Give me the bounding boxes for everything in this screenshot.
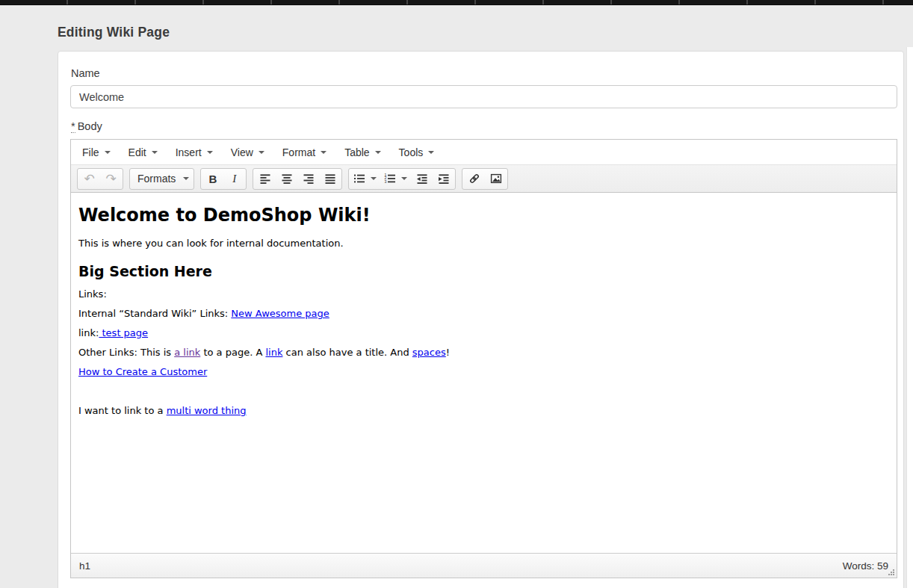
align-right-icon [303, 173, 315, 185]
editor-toolbar: ↶ ↷ Formats B I [71, 165, 897, 193]
wiki-form-card: Name *Body FileEditInsertViewFormatTable… [58, 51, 904, 588]
formats-label: Formats [134, 173, 178, 185]
text-style-button-group: B I [200, 168, 247, 190]
editor-content[interactable]: Welcome to DemoShop Wiki!This is where y… [71, 193, 897, 553]
browser-tab-strip[interactable] [0, 0, 913, 5]
link-icon [468, 173, 480, 185]
insert-button-group [462, 168, 508, 190]
align-center-button[interactable] [276, 169, 297, 189]
resize-grip-icon[interactable] [888, 569, 894, 575]
content-text: This is where you can look for internal … [78, 238, 344, 249]
content-text: Big Section Here [78, 263, 212, 279]
menu-item-label: Insert [176, 146, 202, 158]
content-text: Welcome to DemoShop Wiki! [78, 205, 371, 226]
content-link[interactable]: multi word thing [167, 405, 247, 416]
menu-item-label: Format [282, 146, 315, 158]
undo-button[interactable]: ↶ [78, 169, 100, 189]
content-text: to a page. A [200, 347, 265, 358]
content-text: I want to link to a [78, 405, 167, 416]
redo-button[interactable]: ↷ [100, 169, 122, 189]
indent-icon [438, 173, 450, 185]
menu-item-label: File [82, 146, 99, 158]
chevron-down-icon [428, 151, 434, 154]
history-button-group: ↶ ↷ [77, 168, 123, 190]
content-link[interactable]: How to Create a Customer [78, 366, 207, 377]
numbered-list-button[interactable]: 1 2 3 [380, 169, 411, 189]
chevron-down-icon [375, 151, 381, 154]
body-label-text: Body [78, 120, 102, 132]
chevron-down-icon [371, 177, 377, 180]
editor-statusbar: h1 Words: 59 [71, 553, 897, 578]
align-justify-button[interactable] [319, 169, 341, 189]
align-left-icon [259, 173, 271, 185]
chevron-down-icon [183, 177, 189, 180]
numbered-list-icon: 1 2 3 [384, 173, 396, 185]
bullet-list-icon [353, 173, 365, 185]
content-p: link: test page [78, 327, 889, 338]
redo-icon: ↷ [105, 173, 116, 185]
bullet-list-button[interactable] [350, 169, 380, 189]
svg-text:3: 3 [385, 179, 387, 184]
content-link[interactable]: spaces [412, 347, 446, 358]
outdent-button[interactable] [411, 169, 433, 189]
menu-item-table[interactable]: Table [335, 140, 389, 164]
editor-menubar: FileEditInsertViewFormatTableTools [71, 140, 897, 165]
content-text: ! [446, 347, 450, 358]
content-text: can also have a title. And [282, 347, 412, 358]
content-link[interactable]: a link [174, 347, 200, 358]
page-title: Editing Wiki Page [58, 25, 170, 40]
menu-item-view[interactable]: View [222, 140, 273, 164]
content-link[interactable]: link [265, 347, 282, 358]
insert-image-button[interactable] [485, 169, 507, 189]
content-link[interactable]: test page [99, 327, 148, 338]
body-label: *Body [71, 120, 102, 132]
align-right-button[interactable] [297, 169, 319, 189]
bold-icon: B [208, 173, 217, 185]
list-indent-button-group: 1 2 3 [348, 168, 456, 190]
content-p [78, 386, 889, 397]
bold-button[interactable]: B [202, 169, 223, 189]
menu-item-label: Table [344, 146, 369, 158]
align-left-button[interactable] [254, 169, 276, 189]
content-h2: Big Section Here [78, 263, 889, 279]
menu-item-format[interactable]: Format [273, 140, 335, 164]
italic-button[interactable]: I [223, 169, 245, 189]
name-input[interactable] [70, 85, 897, 108]
chevron-down-icon [401, 177, 407, 180]
align-center-icon [281, 173, 293, 185]
formats-dropdown[interactable]: Formats [131, 169, 193, 189]
content-text: Other Links: This is [78, 347, 174, 358]
chevron-down-icon [105, 151, 111, 154]
menu-item-edit[interactable]: Edit [120, 140, 167, 164]
content-text: Internal “Standard Wiki” Links: [78, 308, 231, 319]
content-text: Links: [78, 288, 107, 300]
indent-button[interactable] [433, 169, 454, 189]
menu-item-label: Tools [399, 146, 424, 158]
rich-text-editor: FileEditInsertViewFormatTableTools ↶ ↷ F… [70, 139, 897, 578]
element-path[interactable]: h1 [79, 560, 90, 572]
content-h1: Welcome to DemoShop Wiki! [78, 205, 889, 226]
content-p: Other Links: This is a link to a page. A… [78, 347, 889, 358]
content-link[interactable]: New Awesome page [231, 308, 329, 319]
required-marker: * [71, 120, 75, 133]
content-p: I want to link to a multi word thing [78, 405, 889, 416]
menu-item-file[interactable]: File [73, 140, 120, 164]
insert-link-button[interactable] [463, 169, 485, 189]
word-count: Words: 59 [843, 560, 888, 572]
content-p: Internal “Standard Wiki” Links: New Awes… [78, 308, 889, 319]
scrollbar-track[interactable] [906, 47, 913, 588]
outdent-icon [416, 173, 428, 185]
image-icon [490, 173, 502, 185]
content-p: How to Create a Customer [78, 366, 889, 377]
menu-item-insert[interactable]: Insert [167, 140, 222, 164]
chevron-down-icon [259, 151, 264, 154]
italic-icon: I [232, 173, 236, 185]
chevron-down-icon [321, 151, 326, 154]
formats-button-group: Formats [129, 168, 194, 190]
chevron-down-icon [152, 151, 158, 154]
chevron-down-icon [207, 151, 213, 154]
content-p: This is where you can look for internal … [78, 238, 889, 249]
name-label: Name [71, 67, 100, 79]
menu-item-label: View [231, 146, 253, 158]
menu-item-tools[interactable]: Tools [390, 140, 444, 164]
